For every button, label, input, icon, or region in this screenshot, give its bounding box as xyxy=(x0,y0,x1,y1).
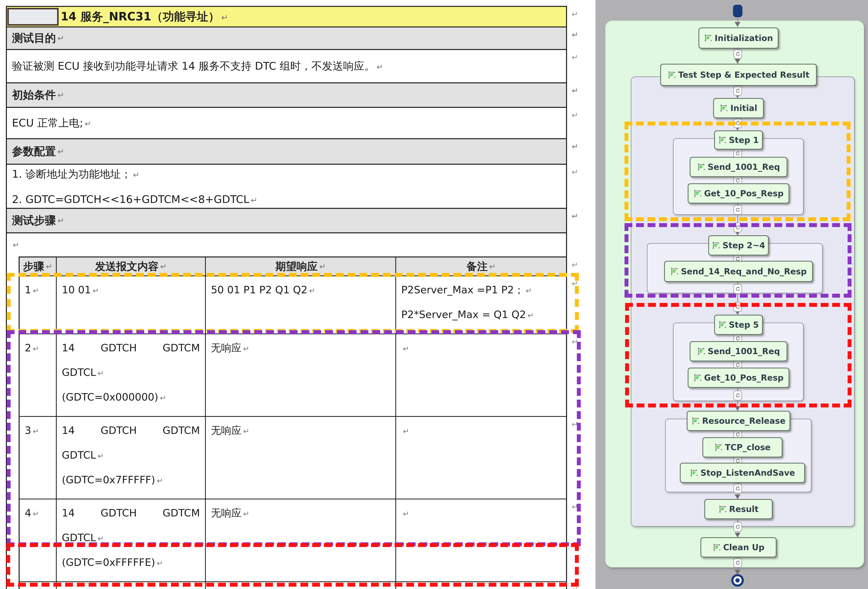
flow-node-initial[interactable]: Initial xyxy=(713,98,764,118)
cell-step-no: 3↵ xyxy=(20,417,56,499)
test-case-document: 14 服务_NRC31（功能寻址）↵ ↵ 测试目的↵ ↵ 验证被测 ECU 接收… xyxy=(6,6,567,589)
test-steps-container: ↵ 步骤↵ 发送报文内容↵ 期望响应↵ 备注↵ ↵ 1↵ 10 01↵ 50 0… xyxy=(6,233,567,589)
cell-send: 14 GDTCH GDTCM GDTCL↵ (GDTC=0x000000)↵ xyxy=(56,334,205,416)
test-step-flag-icon xyxy=(668,71,676,79)
cell-send: 14 GDTCH GDTCM GDTCL↵ (GDTC=0xFFFFFE)↵ xyxy=(56,499,205,581)
flow-node-step5[interactable]: Step 5 xyxy=(714,315,763,335)
flow-node-label: Send_14_Req_and_No_Resp xyxy=(681,267,807,276)
loop-connector-icon xyxy=(734,390,742,401)
section-header-parameter-config: 参数配置↵ ↵ xyxy=(6,139,567,165)
row-end-mark: ↵ xyxy=(571,86,578,95)
section-header-label: 测试步骤 xyxy=(12,213,56,228)
flow-node-get-10-pos-resp-step5[interactable]: Get_10_Pos_Resp xyxy=(688,368,789,388)
page: { "marks": { "pilcrow": "↵" }, "doc_tabl… xyxy=(0,0,868,589)
flow-node-stop-listenandsave[interactable]: Stop_ListenAndSave xyxy=(680,463,805,483)
loop-connector-icon xyxy=(734,522,742,532)
pilcrow-mark: ↵ xyxy=(403,509,409,518)
pilcrow-mark: ↵ xyxy=(160,262,167,271)
flow-node-label: Send_1001_Req xyxy=(708,162,780,172)
flow-node-initialization[interactable]: Initialization xyxy=(698,28,778,49)
test-step-flag-icon xyxy=(718,136,726,144)
end-node-dot xyxy=(735,578,740,583)
cell-expect: 50 01 P1 P2 Q1 Q2↵ xyxy=(205,582,396,589)
test-step-flag-icon xyxy=(693,189,702,198)
initial-conditions-body: ECU 正常上电;↵ ↵ xyxy=(6,108,567,139)
pilcrow-mark: ↵ xyxy=(403,427,409,436)
flow-node-label: TCP_close xyxy=(725,443,771,452)
flow-node-label: Step 1 xyxy=(729,135,759,145)
pilcrow-mark: ↵ xyxy=(376,62,383,71)
col-header-remark: 备注↵ xyxy=(396,258,566,275)
flow-node-test-step-expected-result[interactable]: Test Step & Expected Result xyxy=(660,64,817,86)
loop-connector-icon xyxy=(734,302,742,312)
cell-step-no: 1↵ xyxy=(20,276,56,334)
pilcrow-mark: ↵ xyxy=(58,216,64,225)
end-node[interactable] xyxy=(731,574,744,587)
flow-node-label: Result xyxy=(729,504,759,514)
flow-node-send-1001-req-step5[interactable]: Send_1001_Req xyxy=(689,341,787,361)
cell-remark: ↵ xyxy=(396,417,566,499)
flow-node-result[interactable]: Result xyxy=(704,499,773,519)
flow-node-send-14-req-and-no-resp[interactable]: Send_14_Req_and_No_Resp xyxy=(664,261,813,282)
flow-node-step2-4[interactable]: Step 2~4 xyxy=(708,235,769,255)
flow-node-label: Resource_Release xyxy=(702,416,785,426)
cell-step-no: 5↵ xyxy=(20,582,56,589)
pilcrow-mark: ↵ xyxy=(33,427,39,436)
loop-connector-icon xyxy=(734,222,742,232)
cell-expect: 无响应↵ xyxy=(205,417,396,499)
test-step-flag-icon xyxy=(670,267,679,275)
row-end-mark: ↵ xyxy=(571,260,578,269)
row-end-mark: ↵ xyxy=(571,168,578,177)
row-end-mark: ↵ xyxy=(571,142,578,151)
pilcrow-mark: ↵ xyxy=(157,559,163,568)
flowchart-canvas: Initialization Test Step & Expected Resu… xyxy=(595,0,868,589)
loop-connector-icon xyxy=(734,49,742,59)
cell-send: 10 01↵ xyxy=(56,276,205,334)
steps-table-header-row: 步骤↵ 发送报文内容↵ 期望响应↵ 备注↵ ↵ xyxy=(20,258,566,275)
cell-remark: P2Server_Max =P1 P2；↵ P2*Server_Max = Q1… xyxy=(396,276,566,334)
parameter-config-body: 1. 诊断地址为功能地址；↵ 2. GDTC=GDTCH<<16+GDTCM<<… xyxy=(6,165,567,209)
flow-node-get-10-pos-resp-step1[interactable]: Get_10_Pos_Resp xyxy=(688,183,789,203)
table-row-step-2: 2↵ 14 GDTCH GDTCM GDTCL↵ (GDTC=0x000000)… xyxy=(20,334,566,416)
param-line-1: 1. 诊断地址为功能地址； xyxy=(12,168,131,180)
pilcrow-mark: ↵ xyxy=(243,509,249,518)
section-header-initial-conditions: 初始条件↵ ↵ xyxy=(6,83,567,108)
pilcrow-mark: ↵ xyxy=(403,344,409,353)
arrowhead-icon xyxy=(735,406,741,411)
start-node[interactable] xyxy=(733,5,743,17)
table-row-step-1: 1↵ 10 01↵ 50 01 P1 P2 Q1 Q2↵ P2Server_Ma… xyxy=(20,275,566,334)
table-row-step-3: 3↵ 14 GDTCH GDTCM GDTCL↵ (GDTC=0x7FFFFF)… xyxy=(20,416,566,499)
flow-node-step1[interactable]: Step 1 xyxy=(714,130,763,150)
arrowhead-icon xyxy=(735,533,741,537)
col-header-expected-response: 期望响应↵ xyxy=(205,258,396,275)
pilcrow-mark: ↵ xyxy=(58,34,64,43)
pilcrow-mark: ↵ xyxy=(309,286,315,295)
test-step-flag-icon xyxy=(713,543,721,552)
flow-node-tcp-close[interactable]: TCP_close xyxy=(703,437,782,458)
pilcrow-mark: ↵ xyxy=(528,311,534,320)
param-line-2: 2. GDTC=GDTCH<<16+GDTCM<<8+GDTCL xyxy=(12,193,249,206)
test-step-flag-icon xyxy=(714,443,723,452)
flow-node-send-1001-req-step1[interactable]: Send_1001_Req xyxy=(689,157,787,177)
pilcrow-mark: ↵ xyxy=(97,369,104,378)
pilcrow-mark: ↵ xyxy=(243,427,249,436)
pilcrow-mark: ↵ xyxy=(58,147,64,156)
pilcrow-mark: ↵ xyxy=(33,509,39,518)
flow-node-clean-up[interactable]: Clean Up xyxy=(700,537,776,557)
row-end-mark: ↵ xyxy=(571,337,578,346)
test-step-flag-icon xyxy=(720,104,728,112)
loop-connector-icon xyxy=(734,558,742,568)
test-step-flag-icon xyxy=(690,469,698,477)
pilcrow-mark: ↵ xyxy=(221,13,228,22)
pilcrow-mark: ↵ xyxy=(33,286,39,295)
pilcrow-mark: ↵ xyxy=(93,286,99,295)
test-purpose-text: 验证被测 ECU 接收到功能寻址请求 14 服务不支持 DTC 组时，不发送响应… xyxy=(12,60,375,72)
test-step-flag-icon xyxy=(718,321,726,329)
pilcrow-mark: ↵ xyxy=(85,119,91,128)
flow-node-resource-release[interactable]: Resource_Release xyxy=(687,411,790,431)
flow-node-label: Get_10_Pos_Resp xyxy=(704,188,784,198)
arrowhead-icon xyxy=(735,495,741,499)
cell-send: 14 GDTCH GDTCM GDTCL↵ (GDTC=0x7FFFFF)↵ xyxy=(56,417,205,499)
test-step-flag-icon xyxy=(697,163,706,171)
cell-remark: P2Server_Max =P1 P2；↵ P2*Server_Max = Q1… xyxy=(396,582,566,589)
